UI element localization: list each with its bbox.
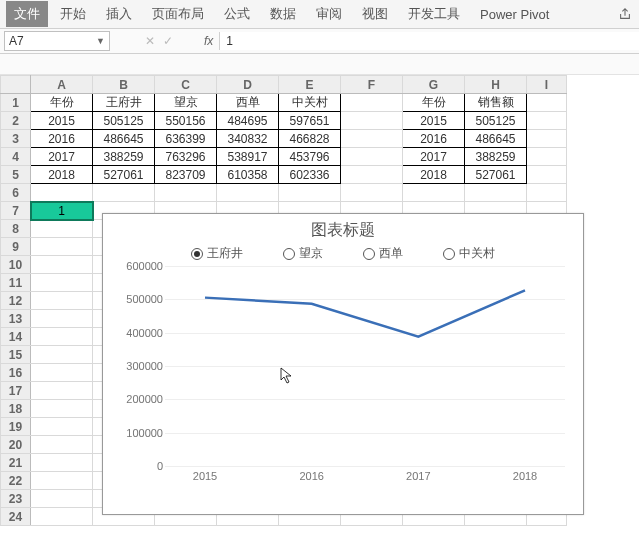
row-header-1[interactable]: 1 xyxy=(1,94,31,112)
cell-D6[interactable] xyxy=(217,184,279,202)
cell-F3[interactable] xyxy=(341,130,403,148)
cell-I5[interactable] xyxy=(527,166,567,184)
cell-H5[interactable]: 527061 xyxy=(465,166,527,184)
row-header-18[interactable]: 18 xyxy=(1,400,31,418)
cell-A17[interactable] xyxy=(31,382,93,400)
cell-G5[interactable]: 2018 xyxy=(403,166,465,184)
fx-icon[interactable]: fx xyxy=(204,34,219,48)
cell-E2[interactable]: 597651 xyxy=(279,112,341,130)
cell-G6[interactable] xyxy=(403,184,465,202)
cell-A16[interactable] xyxy=(31,364,93,382)
cell-B6[interactable] xyxy=(93,184,155,202)
cell-G4[interactable]: 2017 xyxy=(403,148,465,166)
cell-H4[interactable]: 388259 xyxy=(465,148,527,166)
cell-A18[interactable] xyxy=(31,400,93,418)
cell-A7[interactable]: 1 xyxy=(31,202,93,220)
row-header-2[interactable]: 2 xyxy=(1,112,31,130)
cell-E4[interactable]: 453796 xyxy=(279,148,341,166)
cell-C5[interactable]: 823709 xyxy=(155,166,217,184)
cell-D2[interactable]: 484695 xyxy=(217,112,279,130)
cell-C6[interactable] xyxy=(155,184,217,202)
row-header-22[interactable]: 22 xyxy=(1,472,31,490)
legend-item-3[interactable]: 中关村 xyxy=(443,245,495,262)
col-header-C[interactable]: C xyxy=(155,76,217,94)
cell-C3[interactable]: 636399 xyxy=(155,130,217,148)
row-header-9[interactable]: 9 xyxy=(1,238,31,256)
ribbon-tab-dev[interactable]: 开发工具 xyxy=(400,1,468,27)
cell-E6[interactable] xyxy=(279,184,341,202)
row-header-17[interactable]: 17 xyxy=(1,382,31,400)
cell-G1[interactable]: 年份 xyxy=(403,94,465,112)
cell-E1[interactable]: 中关村 xyxy=(279,94,341,112)
cell-A12[interactable] xyxy=(31,292,93,310)
cell-B1[interactable]: 王府井 xyxy=(93,94,155,112)
row-header-21[interactable]: 21 xyxy=(1,454,31,472)
cell-E5[interactable]: 602336 xyxy=(279,166,341,184)
col-header-H[interactable]: H xyxy=(465,76,527,94)
cell-A4[interactable]: 2017 xyxy=(31,148,93,166)
cell-E3[interactable]: 466828 xyxy=(279,130,341,148)
cell-F2[interactable] xyxy=(341,112,403,130)
row-header-8[interactable]: 8 xyxy=(1,220,31,238)
cell-F5[interactable] xyxy=(341,166,403,184)
cell-A19[interactable] xyxy=(31,418,93,436)
cell-I4[interactable] xyxy=(527,148,567,166)
cell-D5[interactable]: 610358 xyxy=(217,166,279,184)
row-header-3[interactable]: 3 xyxy=(1,130,31,148)
cell-I1[interactable] xyxy=(527,94,567,112)
cell-F1[interactable] xyxy=(341,94,403,112)
row-header-10[interactable]: 10 xyxy=(1,256,31,274)
cell-C2[interactable]: 550156 xyxy=(155,112,217,130)
row-header-15[interactable]: 15 xyxy=(1,346,31,364)
row-header-16[interactable]: 16 xyxy=(1,364,31,382)
cell-B3[interactable]: 486645 xyxy=(93,130,155,148)
col-header-G[interactable]: G xyxy=(403,76,465,94)
cell-I3[interactable] xyxy=(527,130,567,148)
col-header-F[interactable]: F xyxy=(341,76,403,94)
ribbon-tab-review[interactable]: 审阅 xyxy=(308,1,350,27)
formula-input[interactable]: 1 xyxy=(219,32,639,50)
cell-A15[interactable] xyxy=(31,346,93,364)
cell-G3[interactable]: 2016 xyxy=(403,130,465,148)
cell-B4[interactable]: 388259 xyxy=(93,148,155,166)
cell-A22[interactable] xyxy=(31,472,93,490)
row-header-12[interactable]: 12 xyxy=(1,292,31,310)
cell-I2[interactable] xyxy=(527,112,567,130)
legend-item-1[interactable]: 望京 xyxy=(283,245,323,262)
cell-B2[interactable]: 505125 xyxy=(93,112,155,130)
cell-A24[interactable] xyxy=(31,508,93,526)
row-header-20[interactable]: 20 xyxy=(1,436,31,454)
name-box[interactable]: A7 ▼ xyxy=(4,31,110,51)
row-header-6[interactable]: 6 xyxy=(1,184,31,202)
enter-icon[interactable]: ✓ xyxy=(163,34,173,48)
cell-A14[interactable] xyxy=(31,328,93,346)
cell-A11[interactable] xyxy=(31,274,93,292)
chevron-down-icon[interactable]: ▼ xyxy=(96,36,105,46)
row-header-11[interactable]: 11 xyxy=(1,274,31,292)
ribbon-tab-file[interactable]: 文件 xyxy=(6,1,48,27)
cell-A20[interactable] xyxy=(31,436,93,454)
col-header-B[interactable]: B xyxy=(93,76,155,94)
col-header-E[interactable]: E xyxy=(279,76,341,94)
cell-B5[interactable]: 527061 xyxy=(93,166,155,184)
cell-A23[interactable] xyxy=(31,490,93,508)
cell-I6[interactable] xyxy=(527,184,567,202)
cell-H3[interactable]: 486645 xyxy=(465,130,527,148)
row-header-14[interactable]: 14 xyxy=(1,328,31,346)
cell-H6[interactable] xyxy=(465,184,527,202)
cell-H2[interactable]: 505125 xyxy=(465,112,527,130)
ribbon-tab-insert[interactable]: 插入 xyxy=(98,1,140,27)
cell-A5[interactable]: 2018 xyxy=(31,166,93,184)
cell-A10[interactable] xyxy=(31,256,93,274)
cell-A8[interactable] xyxy=(31,220,93,238)
share-icon[interactable] xyxy=(617,6,633,22)
cell-A13[interactable] xyxy=(31,310,93,328)
legend-item-2[interactable]: 西单 xyxy=(363,245,403,262)
cell-F4[interactable] xyxy=(341,148,403,166)
cell-C4[interactable]: 763296 xyxy=(155,148,217,166)
cell-A3[interactable]: 2016 xyxy=(31,130,93,148)
ribbon-tab-data[interactable]: 数据 xyxy=(262,1,304,27)
row-header-5[interactable]: 5 xyxy=(1,166,31,184)
cell-H1[interactable]: 销售额 xyxy=(465,94,527,112)
row-header-4[interactable]: 4 xyxy=(1,148,31,166)
